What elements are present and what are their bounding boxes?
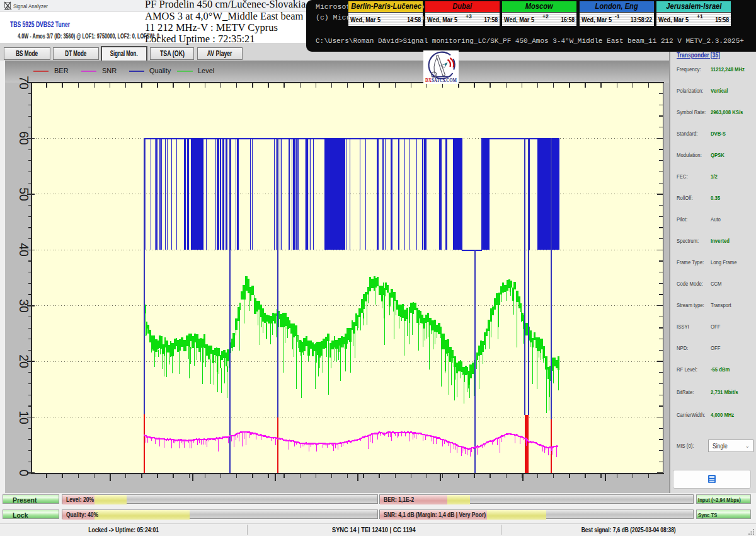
- svg-text:DXSATCS.COM: DXSATCS.COM: [425, 77, 457, 83]
